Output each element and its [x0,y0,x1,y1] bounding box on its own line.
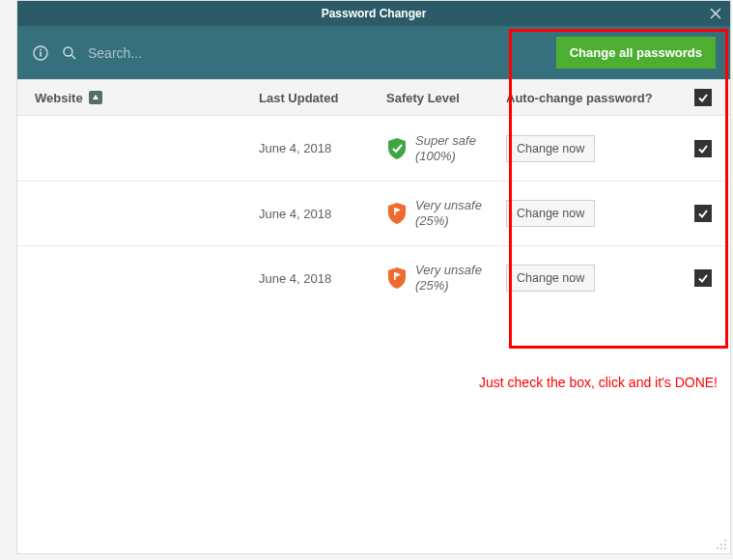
change-now-button[interactable]: Change now [506,265,595,292]
svg-point-11 [724,547,726,549]
toolbar: Change all passwords [17,26,730,79]
info-icon [33,45,48,61]
annotation-text: Just check the box, click and it's DONE! [479,375,718,390]
search-icon [62,45,77,61]
close-button[interactable] [707,5,724,22]
column-header-website[interactable]: Website [35,91,259,105]
last-updated-cell: June 4, 2018 [259,271,331,286]
svg-point-8 [724,540,726,542]
safety-cell: Super safe(100%) [386,133,506,163]
svg-point-13 [717,547,719,549]
sort-indicator [89,91,102,104]
window-title: Password Changer [322,7,427,20]
info-button[interactable] [32,44,49,62]
shield-unsafe-icon [386,202,408,225]
resize-grip-icon [716,539,727,550]
svg-marker-7 [93,95,99,99]
shield-unsafe-icon [386,266,408,290]
safety-cell: Very unsafe(25%) [386,198,506,228]
safety-label: Very unsafe [415,198,482,212]
safety-percent: (25%) [415,213,449,228]
table-body: June 4, 2018Super safe(100%)Change nowJu… [17,116,730,553]
check-icon [697,143,709,154]
sort-asc-icon [92,94,99,101]
change-all-passwords-button[interactable]: Change all passwords [556,37,716,69]
check-icon [697,92,709,103]
svg-point-3 [40,48,42,50]
check-icon [697,208,709,219]
select-all-checkbox[interactable] [694,89,712,106]
row-checkbox[interactable] [694,140,712,157]
last-updated-cell: June 4, 2018 [259,141,331,155]
resize-grip[interactable] [716,539,727,550]
column-header-safety-level[interactable]: Safety Level [386,91,506,105]
row-checkbox[interactable] [694,205,712,222]
safety-percent: (25%) [415,278,449,293]
last-updated-cell: June 4, 2018 [259,207,331,221]
close-icon [710,8,721,19]
search-input[interactable] [88,45,281,61]
table-row: June 4, 2018Very unsafe(25%)Change now [17,181,730,245]
change-now-button[interactable]: Change now [506,135,595,162]
password-changer-window: Password Changer Change all passwords [16,0,731,554]
svg-point-5 [64,47,72,56]
background-side-strip [2,0,16,560]
svg-line-6 [71,55,75,59]
svg-point-12 [720,547,722,549]
svg-point-10 [720,544,722,546]
search-button[interactable] [61,44,78,62]
svg-rect-4 [40,51,42,56]
column-header-auto-change[interactable]: Auto-change password? [506,91,653,105]
change-now-button[interactable]: Change now [506,200,595,227]
safety-label: Super safe [415,133,476,148]
safety-label: Very unsafe [415,263,482,277]
safety-percent: (100%) [415,149,456,163]
safety-cell: Very unsafe(25%) [386,263,506,293]
table-row: June 4, 2018Very unsafe(25%)Change now [17,245,730,310]
shield-safe-icon [386,137,408,160]
column-header-last-updated[interactable]: Last Updated [259,91,386,105]
svg-point-9 [724,544,726,546]
table-row: June 4, 2018Super safe(100%)Change now [17,116,730,181]
row-checkbox[interactable] [694,269,712,287]
table-header: Website Last Updated Safety Level Auto-c… [17,79,730,116]
check-icon [697,272,709,284]
title-bar: Password Changer [17,1,730,26]
column-header-website-label: Website [35,91,83,105]
